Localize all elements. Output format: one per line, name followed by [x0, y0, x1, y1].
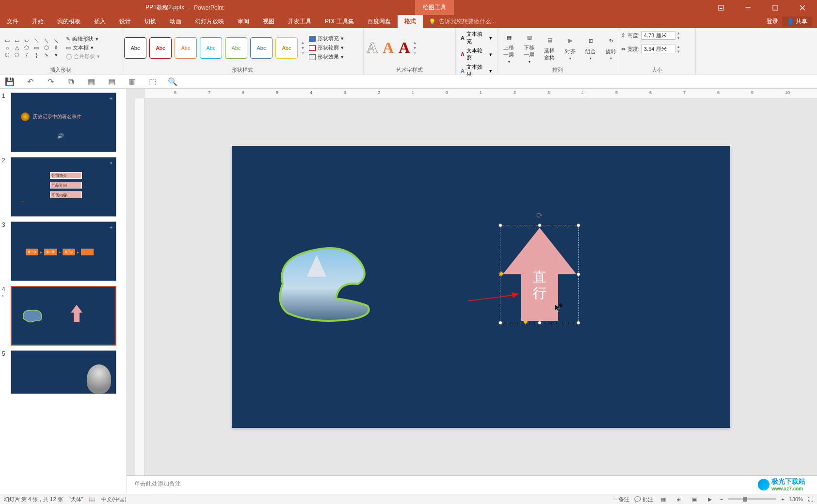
preset-2[interactable]: Abc — [149, 37, 172, 59]
wa-1[interactable]: A — [367, 39, 378, 57]
thumb-1[interactable]: ✦ 历史记录中的著名事件 🔊 — [11, 93, 116, 152]
svg-line-6 — [468, 295, 513, 301]
shape-effects-button[interactable]: 形状效果 ▾ — [307, 53, 346, 61]
ribbon-group-insert-shapes: ▭▭▱＼＼＼ ○△⬠▭⬡⇩ ⬡⬠{}∿▾ ✎ 编辑形状 ▾ ▭ 文本框 ▾ ◯ … — [0, 28, 121, 75]
language-indicator[interactable]: 中文(中国) — [101, 496, 126, 503]
close-icon[interactable] — [794, 0, 811, 15]
menu-animations[interactable]: 动画 — [163, 15, 188, 28]
theme-name: "天体" — [69, 496, 83, 503]
minimize-icon[interactable] — [739, 0, 757, 15]
canvas-area: 87654321012345678910 — [127, 89, 817, 494]
qat-icon-4[interactable]: ⧉ — [66, 77, 76, 87]
fit-window-icon[interactable]: ⛶ — [808, 496, 813, 502]
selection-pane-button[interactable]: ▤选择窗格 — [541, 34, 559, 62]
maximize-icon[interactable] — [767, 0, 784, 15]
ribbon-display-icon[interactable] — [712, 0, 730, 15]
share-button[interactable]: 👤 共享 — [782, 16, 812, 27]
thumb-row-5[interactable]: 5 — [2, 350, 121, 394]
reading-view-icon[interactable]: ▣ — [689, 495, 700, 504]
shape-style-gallery[interactable]: Abc Abc Abc Abc Abc Abc Abc — [124, 37, 298, 59]
thumb-row-4[interactable]: 4* — [2, 286, 121, 346]
slideshow-view-icon[interactable]: ▶ — [705, 495, 715, 504]
menu-insert[interactable]: 插入 — [87, 15, 112, 28]
menu-review[interactable]: 审阅 — [231, 15, 256, 28]
wa-2[interactable]: A — [383, 39, 394, 57]
menu-view[interactable]: 视图 — [256, 15, 281, 28]
preset-3[interactable]: Abc — [175, 37, 197, 59]
save-icon[interactable]: 💾 — [5, 77, 15, 87]
bring-forward-button[interactable]: ▦上移一层▾ — [500, 32, 518, 64]
notes-toggle[interactable]: ≐ 备注 — [613, 496, 629, 503]
spellcheck-icon[interactable]: 📖 — [89, 496, 96, 503]
menu-pdftools[interactable]: PDF工具集 — [318, 15, 361, 28]
menu-file[interactable]: 文件 — [0, 15, 25, 28]
wa-3[interactable]: A — [399, 39, 410, 57]
arrow-shape[interactable]: 直 行 — [501, 226, 578, 323]
menu-design[interactable]: 设计 — [112, 15, 138, 28]
tell-me[interactable]: 💡 告诉我您想要做什么... — [429, 15, 496, 28]
thumb-row-3[interactable]: 3 ✦ 第一步 ▸ 第二步 ▸ 第三步 ▸ — [2, 221, 121, 281]
thumb-5[interactable] — [11, 350, 116, 394]
thumb-2[interactable]: ✦ 公司简介 产品介绍 举例内容 ← — [11, 157, 116, 217]
redo-icon[interactable]: ↷ — [46, 77, 55, 87]
qat-icon-8[interactable]: ⬚ — [147, 77, 157, 87]
preset-5[interactable]: Abc — [225, 37, 247, 59]
watermark: 极光下载站 www.xz7.com — [758, 477, 805, 491]
zoom-level[interactable]: 130% — [789, 496, 803, 502]
qat-icon-9[interactable]: 🔍 — [168, 77, 177, 87]
zoom-slider[interactable] — [728, 498, 776, 500]
comments-toggle[interactable]: 💬 批注 — [634, 496, 653, 503]
transition-icon: ✦ — [109, 96, 113, 101]
thumb-4[interactable] — [11, 286, 116, 346]
menu-transitions[interactable]: 切换 — [138, 15, 163, 28]
send-backward-button[interactable]: ▧下移一层▾ — [521, 32, 538, 64]
qat-icon-6[interactable]: ▤ — [107, 77, 116, 87]
rotate-button[interactable]: ↻旋转▾ — [602, 35, 620, 61]
menu-baidupan[interactable]: 百度网盘 — [361, 15, 398, 28]
align-button[interactable]: ⊫对齐▾ — [561, 35, 579, 61]
slide-canvas[interactable]: ⟳ 直 行 — [232, 146, 730, 428]
thumb-row-1[interactable]: 1 ✦ 历史记录中的著名事件 🔊 — [2, 93, 121, 152]
shape-fill-button[interactable]: 形状填充 ▾ — [307, 34, 346, 43]
shape-outline-button[interactable]: 形状轮廓 ▾ — [307, 44, 346, 52]
sorter-view-icon[interactable]: ⊞ — [673, 495, 684, 504]
merge-shapes-button[interactable]: ◯ 合并形状 ▾ — [64, 52, 102, 61]
shape-gallery[interactable]: ▭▭▱＼＼＼ ○△⬠▭⬡⇩ ⬡⬠{}∿▾ — [3, 37, 61, 59]
height-input[interactable]: 4.73 厘米 — [641, 31, 675, 40]
preset-6[interactable]: Abc — [250, 37, 272, 59]
title-center: PPT教程2.pptx - PowerPoint — [0, 3, 712, 12]
menu-slideshow[interactable]: 幻灯片放映 — [188, 15, 231, 28]
text-fill-button[interactable]: A文本填充 ▾ — [459, 30, 494, 46]
undo-icon[interactable]: ↶ — [25, 77, 35, 87]
menu-format[interactable]: 格式 — [398, 15, 423, 28]
group-label-1: 插入形状 — [3, 65, 118, 75]
slide-viewport[interactable]: ⟳ 直 行 — [145, 98, 817, 475]
thumbnail-panel[interactable]: 1 ✦ 历史记录中的著名事件 🔊 2 ✦ 公司简介 产品介绍 举例内容 ← 3 … — [0, 89, 127, 494]
lightbulb-icon: 💡 — [429, 18, 436, 25]
thumb-row-2[interactable]: 2 ✦ 公司简介 产品介绍 举例内容 ← — [2, 157, 121, 217]
preset-7[interactable]: Abc — [275, 37, 298, 59]
login-link[interactable]: 登录 — [767, 17, 778, 26]
qat-icon-5[interactable]: ▦ — [86, 77, 96, 87]
thumb-3[interactable]: ✦ 第一步 ▸ 第二步 ▸ 第三步 ▸ — [11, 221, 116, 281]
menu-mytemplates[interactable]: 我的模板 — [50, 15, 87, 28]
normal-view-icon[interactable]: ▦ — [658, 495, 669, 504]
width-input[interactable]: 3.54 厘米 — [641, 45, 675, 53]
qat-icon-7[interactable]: ▥ — [127, 77, 137, 87]
wordart-gallery[interactable]: A A A — [367, 39, 410, 57]
notes-pane[interactable]: 单击此处添加备注 — [127, 475, 817, 494]
menu-home[interactable]: 开始 — [25, 15, 50, 28]
zoom-in-icon[interactable]: + — [781, 496, 784, 502]
menubar: 文件 开始 我的模板 插入 设计 切换 动画 幻灯片放映 审阅 视图 开发工具 … — [0, 15, 817, 28]
zoom-out-icon[interactable]: − — [720, 496, 723, 502]
text-box-button[interactable]: ▭ 文本框 ▾ — [64, 44, 102, 52]
edit-shape-button[interactable]: ✎ 编辑形状 ▾ — [64, 35, 102, 43]
text-effects-button[interactable]: A文本效果 ▾ — [459, 63, 494, 79]
preset-1[interactable]: Abc — [124, 37, 146, 59]
text-outline-button[interactable]: A文本轮廓 ▾ — [459, 47, 494, 62]
rotate-handle-icon[interactable]: ⟳ — [536, 211, 543, 220]
freeform-shape[interactable] — [273, 238, 375, 323]
menu-developer[interactable]: 开发工具 — [281, 15, 318, 28]
preset-4[interactable]: Abc — [200, 37, 222, 59]
group-button[interactable]: ⊞组合▾ — [582, 35, 599, 61]
